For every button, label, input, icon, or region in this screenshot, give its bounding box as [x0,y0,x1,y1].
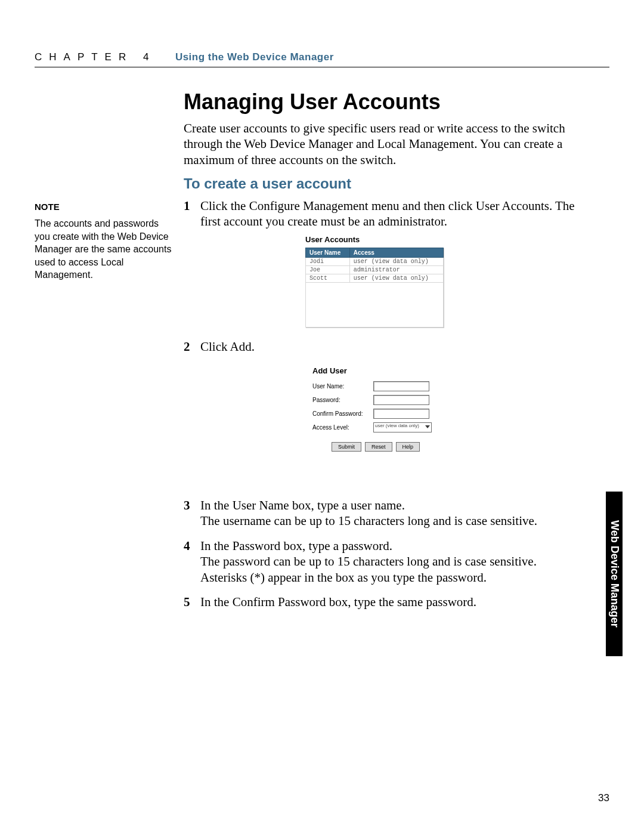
intro-paragraph: Create user accounts to give specific us… [184,121,577,168]
chapter-label: CHAPTER 4 [35,51,156,63]
step-text: Click Add. [200,339,577,354]
cell-user: Jodi [306,258,350,266]
col-user-name: User Name [306,248,350,258]
note-heading: NOTE [35,202,60,212]
step-3: 3 In the User Name box, type a user name… [184,498,577,529]
step-text: In the Password box, type a password. Th… [200,538,577,585]
user-accounts-table: User Name Access Jodi user (view data on… [305,248,444,328]
label-access-level: Access Level: [312,424,373,431]
table-row: Joe administrator [306,266,444,274]
step-number: 2 [184,339,190,354]
table-row: Scott user (view data only) [306,274,444,283]
section-heading: To create a user account [184,175,351,192]
step-1: 1 Click the Configure Management menu an… [184,198,577,230]
cell-access: administrator [349,266,443,274]
step-text: In the Confirm Password box, type the sa… [200,594,577,610]
table-row [306,283,444,328]
submit-button[interactable]: Submit [332,442,361,452]
shot2-title: Add User [312,366,439,375]
shot1-title: User Accounts [305,235,444,244]
step-number: 4 [184,538,190,554]
col-access: Access [349,248,443,258]
help-button[interactable]: Help [396,442,420,452]
cell-access: user (view data only) [349,258,443,266]
label-confirm-password: Confirm Password: [312,410,373,417]
table-row: Jodi user (view data only) [306,258,444,266]
cell-user: Scott [306,274,350,283]
step-number: 1 [184,198,190,214]
side-tab: Web Device Manager [606,492,623,656]
running-header: CHAPTER 4 Using the Web Device Manager [35,51,609,67]
step-2: 2 Click Add. [184,339,577,354]
cell-user: Joe [306,266,350,274]
step-text: Click the Configure Management menu and … [200,198,577,230]
chapter-title: Using the Web Device Manager [175,51,334,63]
step-4: 4 In the Password box, type a password. … [184,538,577,585]
page-title: Managing User Accounts [184,89,441,115]
label-user-name: User Name: [312,383,373,390]
label-password: Password: [312,397,373,403]
step-5: 5 In the Confirm Password box, type the … [184,594,577,610]
password-input[interactable] [373,395,429,405]
screenshot-add-user: Add User User Name: Password: Confirm Pa… [312,366,439,452]
access-level-select[interactable]: user (view data only) [373,422,432,432]
note-body: The accounts and passwords you create wi… [35,217,173,282]
screenshot-user-accounts: User Accounts User Name Access Jodi user… [305,235,444,328]
step-text: In the User Name box, type a user name. … [200,498,577,529]
user-name-input[interactable] [373,381,429,391]
confirm-password-input[interactable] [373,409,429,419]
cell-access: user (view data only) [349,274,443,283]
step-number: 3 [184,498,190,513]
page-number: 33 [598,792,609,804]
step-number: 5 [184,594,190,610]
reset-button[interactable]: Reset [365,442,392,452]
